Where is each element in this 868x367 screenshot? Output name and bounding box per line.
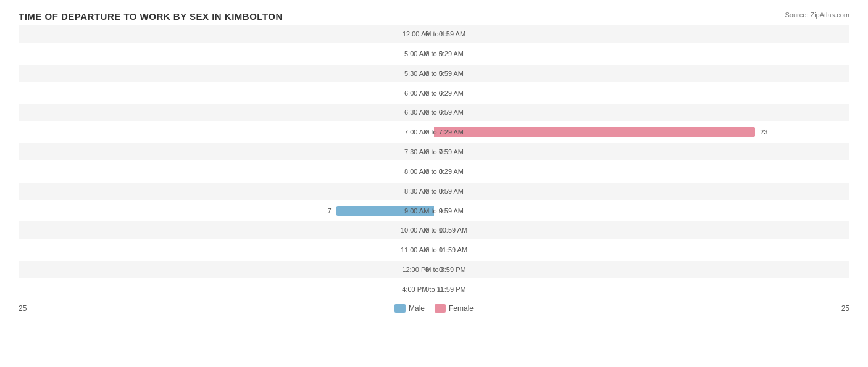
row-inner: 0 10:00 AM to 10:59 AM 0 <box>19 221 849 239</box>
table-row: 0 5:00 AM to 5:29 AM 0 <box>19 45 849 62</box>
table-row: 0 6:30 AM to 6:59 AM 0 <box>19 104 849 121</box>
female-side: 0 <box>434 265 849 274</box>
male-value: 0 <box>418 266 429 273</box>
row-inner: 0 12:00 PM to 3:59 PM 0 <box>19 261 849 278</box>
row-inner: 0 12:00 AM to 4:59 AM 0 <box>19 25 849 43</box>
female-value: 0 <box>439 207 450 215</box>
row-inner: 7 9:00 AM to 9:59 AM 0 <box>19 202 849 220</box>
legend-female-label: Female <box>449 304 474 313</box>
female-side: 0 <box>434 147 849 157</box>
male-value: 0 <box>418 89 429 97</box>
female-side: 0 <box>434 284 849 294</box>
row-inner: 0 8:30 AM to 8:59 AM 0 <box>19 183 849 200</box>
male-value: 0 <box>418 168 429 175</box>
female-value: 0 <box>439 89 450 97</box>
male-value: 0 <box>418 109 429 116</box>
table-row: 0 7:30 AM to 7:59 AM 0 <box>19 143 849 160</box>
female-side: 0 <box>434 29 849 39</box>
table-row: 0 11:00 AM to 11:59 AM 0 <box>19 241 849 258</box>
row-inner: 0 7:00 AM to 7:29 AM 23 <box>19 123 849 141</box>
row-inner: 0 4:00 PM to 11:59 PM 0 <box>19 281 849 298</box>
female-side: 23 <box>434 127 849 137</box>
female-value: 0 <box>439 246 450 254</box>
female-side: 0 <box>434 206 849 216</box>
chart-container: TIME OF DEPARTURE TO WORK BY SEX IN KIMB… <box>0 0 868 367</box>
male-value: 0 <box>418 30 429 38</box>
bar-male <box>336 206 434 216</box>
axis-left: 25 <box>19 304 27 313</box>
female-side: 0 <box>434 88 849 98</box>
female-value: 0 <box>439 286 450 293</box>
female-value: 0 <box>439 266 450 273</box>
male-value: 0 <box>418 50 429 57</box>
legend-box-male <box>394 304 406 313</box>
male-side: 0 <box>19 147 434 157</box>
male-side: 0 <box>19 127 434 137</box>
table-row: 0 8:30 AM to 8:59 AM 0 <box>19 183 849 200</box>
female-value: 0 <box>439 109 450 116</box>
row-inner: 0 5:00 AM to 5:29 AM 0 <box>19 45 849 62</box>
female-value: 0 <box>439 188 450 195</box>
source-text: Source: ZipAtlas.com <box>785 11 849 19</box>
female-value: 0 <box>439 30 450 38</box>
female-side: 0 <box>434 225 849 235</box>
male-side: 7 <box>19 206 434 216</box>
male-side: 0 <box>19 167 434 176</box>
male-value: 0 <box>418 70 429 77</box>
female-side: 0 <box>434 49 849 59</box>
female-value: 0 <box>439 148 450 155</box>
male-side: 0 <box>19 107 434 117</box>
table-row: 7 9:00 AM to 9:59 AM 0 <box>19 202 849 220</box>
row-inner: 0 7:30 AM to 7:59 AM 0 <box>19 143 849 160</box>
legend-box-female <box>435 304 446 313</box>
male-side: 0 <box>19 186 434 196</box>
male-value: 7 <box>320 207 332 215</box>
table-row: 0 5:30 AM to 5:59 AM 0 <box>19 65 849 82</box>
table-row: 0 7:00 AM to 7:29 AM 23 <box>19 123 849 141</box>
chart-area: 0 12:00 AM to 4:59 AM 0 0 <box>19 25 849 316</box>
male-side: 0 <box>19 49 434 59</box>
male-value: 0 <box>418 246 429 254</box>
chart-title: TIME OF DEPARTURE TO WORK BY SEX IN KIMB… <box>19 11 849 22</box>
table-row: 0 4:00 PM to 11:59 PM 0 <box>19 281 849 298</box>
female-value: 0 <box>439 70 450 77</box>
row-inner: 0 11:00 AM to 11:59 AM 0 <box>19 241 849 258</box>
male-value: 0 <box>418 286 429 293</box>
female-value: 0 <box>439 226 450 234</box>
male-side: 0 <box>19 29 434 39</box>
table-row: 0 12:00 PM to 3:59 PM 0 <box>19 261 849 278</box>
row-inner: 0 8:00 AM to 8:29 AM 0 <box>19 163 849 180</box>
female-value: 23 <box>760 128 771 136</box>
table-row: 0 6:00 AM to 6:29 AM 0 <box>19 85 849 102</box>
female-side: 0 <box>434 186 849 196</box>
legend-male-label: Male <box>409 304 425 313</box>
row-inner: 0 6:00 AM to 6:29 AM 0 <box>19 85 849 102</box>
male-value: 0 <box>418 128 429 136</box>
legend: Male Female <box>394 304 474 313</box>
male-side: 0 <box>19 284 434 294</box>
male-value: 0 <box>418 188 429 195</box>
table-row: 0 12:00 AM to 4:59 AM 0 <box>19 25 849 43</box>
female-value: 0 <box>439 50 450 57</box>
female-side: 0 <box>434 245 849 255</box>
row-inner: 0 5:30 AM to 5:59 AM 0 <box>19 65 849 82</box>
bar-female <box>434 127 755 137</box>
table-row: 0 8:00 AM to 8:29 AM 0 <box>19 163 849 180</box>
male-side: 0 <box>19 88 434 98</box>
male-side: 0 <box>19 68 434 78</box>
legend-female: Female <box>435 304 474 313</box>
table-row: 0 10:00 AM to 10:59 AM 0 <box>19 221 849 239</box>
male-value: 0 <box>418 148 429 155</box>
female-side: 0 <box>434 107 849 117</box>
axis-right: 25 <box>841 304 849 313</box>
female-side: 0 <box>434 167 849 176</box>
bottom-axis: 25 Male Female 25 <box>19 300 849 316</box>
row-inner: 0 6:30 AM to 6:59 AM 0 <box>19 104 849 121</box>
female-value: 0 <box>439 168 450 175</box>
male-side: 0 <box>19 265 434 274</box>
rows-container: 0 12:00 AM to 4:59 AM 0 0 <box>19 25 849 298</box>
male-side: 0 <box>19 245 434 255</box>
male-value: 0 <box>418 226 429 234</box>
female-side: 0 <box>434 68 849 78</box>
male-side: 0 <box>19 225 434 235</box>
